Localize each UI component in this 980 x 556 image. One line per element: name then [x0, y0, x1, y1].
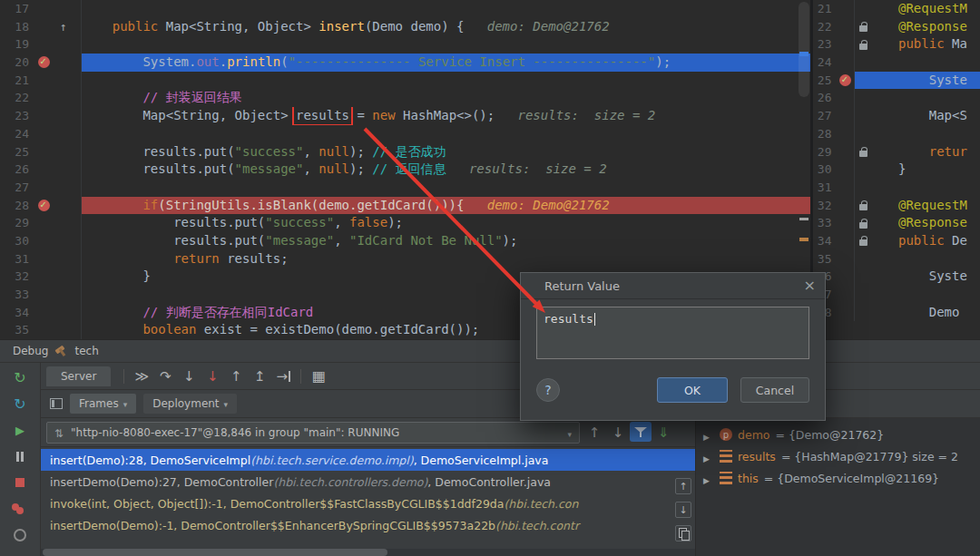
code-line-R-29[interactable]: 29 retur: [813, 143, 980, 161]
variable-row[interactable]: results = {HashMap@21779} size = 2: [696, 445, 980, 467]
gutter[interactable]: 27: [0, 179, 82, 197]
gutter[interactable]: 18↑: [0, 18, 82, 36]
gutter[interactable]: 27: [813, 107, 855, 125]
editor-right-pane[interactable]: 21@RequestM22@Response23public Ma2425 Sy…: [813, 0, 980, 339]
gutter[interactable]: 25: [0, 143, 82, 161]
code-line-R-22[interactable]: 22@Response: [813, 18, 980, 36]
code-line-R-36[interactable]: 36 Syste: [813, 268, 980, 286]
gutter[interactable]: 22: [813, 18, 855, 36]
gutter[interactable]: 35: [813, 250, 855, 268]
code-line-R-32[interactable]: 32@RequestM: [813, 197, 980, 215]
ok-button[interactable]: OK: [657, 377, 728, 403]
code-line-L-23[interactable]: 23 Map<String, Object> results = new Has…: [0, 107, 810, 125]
code-line-L-27[interactable]: 27: [0, 179, 810, 197]
breakpoint-icon[interactable]: [38, 56, 50, 68]
stack-frame-row[interactable]: invoke(int, Object, Object[]):-1, DemoCo…: [41, 493, 695, 514]
code-line-L-29[interactable]: 29 results.put("success", false);: [0, 214, 810, 232]
stack-frame-row[interactable]: insertDemo(Demo):27, DemoController (hbi…: [41, 471, 695, 493]
thread-selector[interactable]: "http-nio-8080-exec-17"@18,846 in group …: [46, 422, 580, 444]
code-line-L-25[interactable]: 25 results.put("success", null); // 是否成功: [0, 143, 810, 161]
scroll-up-button[interactable]: [675, 478, 691, 494]
resume-program-icon[interactable]: [11, 421, 29, 439]
gutter[interactable]: 19: [0, 35, 82, 54]
rerun-debug-icon[interactable]: [11, 368, 29, 386]
code-line-L-18[interactable]: 18↑ public Map<String, Object> insert(De…: [0, 18, 810, 36]
layout-table-icon[interactable]: [307, 366, 330, 387]
scrollbar-thumb[interactable]: [799, 2, 809, 97]
deployment-tab[interactable]: Deployment: [143, 394, 237, 414]
gutter[interactable]: 33: [0, 286, 82, 304]
gutter[interactable]: 25: [813, 72, 855, 90]
debug-tab[interactable]: Debug: [13, 345, 48, 357]
horizontal-scrollbar[interactable]: [41, 549, 695, 556]
force-step-into-icon[interactable]: [201, 366, 224, 387]
gutter[interactable]: 24: [813, 54, 855, 72]
gutter[interactable]: 17: [0, 0, 82, 18]
gutter[interactable]: 22: [0, 89, 82, 107]
code-line-L-19[interactable]: 19: [0, 35, 810, 54]
code-line-R-28[interactable]: 28: [813, 125, 980, 143]
step-out-of-block-icon[interactable]: [248, 366, 271, 387]
code-line-L-26[interactable]: 26 results.put("message", null); // 返回信息…: [0, 161, 810, 179]
override-marker-icon[interactable]: ↑: [60, 18, 67, 36]
run-to-cursor-icon[interactable]: [271, 366, 295, 387]
code-line-R-34[interactable]: 34public De: [813, 232, 980, 250]
gutter[interactable]: 29: [813, 143, 855, 161]
stack-frame-row[interactable]: insert(Demo):28, DemoServiceImpl (hbi.te…: [41, 449, 695, 471]
expand-arrow-icon[interactable]: [703, 470, 714, 487]
scroll-down-button[interactable]: [675, 502, 691, 518]
code-line-R-37[interactable]: 37: [813, 286, 980, 304]
gutter[interactable]: 24: [0, 125, 82, 143]
gutter[interactable]: 34: [813, 232, 855, 250]
expand-arrow-icon[interactable]: [703, 426, 714, 444]
code-line-R-21[interactable]: 21@RequestM: [813, 0, 980, 18]
gutter[interactable]: 21: [0, 72, 82, 90]
server-tab[interactable]: Server: [46, 366, 111, 386]
gutter[interactable]: 35: [0, 321, 82, 339]
code-line-L-24[interactable]: 24: [0, 125, 810, 143]
dialog-title-bar[interactable]: Return Value ×: [521, 273, 825, 299]
gutter[interactable]: 26: [813, 89, 855, 107]
copy-button[interactable]: [675, 525, 691, 541]
frames-tab[interactable]: Frames: [70, 394, 136, 414]
help-button[interactable]: ?: [536, 378, 560, 402]
code-line-R-33[interactable]: 33@Response: [813, 214, 980, 232]
pause-program-icon[interactable]: [11, 447, 29, 465]
close-icon[interactable]: ×: [804, 278, 816, 293]
step-over-icon[interactable]: [153, 366, 177, 387]
stop-icon[interactable]: [11, 473, 29, 492]
breakpoint-icon[interactable]: [38, 200, 50, 211]
code-line-R-25[interactable]: 25 Syste: [813, 72, 980, 90]
stack-frame-row[interactable]: insertDemo(Demo):-1, DemoController$$Enh…: [41, 514, 695, 536]
gutter[interactable]: 31: [0, 250, 82, 268]
gutter[interactable]: 26: [0, 161, 82, 179]
return-value-input[interactable]: results: [536, 307, 809, 359]
gutter[interactable]: 30: [813, 161, 855, 179]
code-line-R-31[interactable]: 31: [813, 179, 980, 197]
variable-row[interactable]: pdemo = {Demo@21762}: [696, 424, 980, 445]
code-line-R-27[interactable]: 27 Map<S: [813, 107, 980, 125]
gutter[interactable]: 29: [0, 214, 82, 232]
gutter[interactable]: 33: [813, 214, 855, 232]
code-line-L-28[interactable]: 28 if(StringUtils.isBlank(demo.getIdCard…: [0, 197, 810, 215]
breakpoint-icon[interactable]: [839, 74, 851, 86]
code-line-L-31[interactable]: 31 return results;: [0, 250, 810, 268]
gutter[interactable]: 32: [813, 197, 855, 215]
cancel-button[interactable]: Cancel: [740, 377, 809, 403]
step-into-icon[interactable]: [177, 366, 201, 387]
code-line-L-22[interactable]: 22 // 封装返回结果: [0, 89, 810, 107]
gutter[interactable]: 21: [813, 0, 855, 18]
expand-arrow-icon[interactable]: [703, 448, 714, 465]
code-line-R-24[interactable]: 24: [813, 54, 980, 72]
step-out-icon[interactable]: [224, 366, 248, 387]
gutter[interactable]: 28: [813, 125, 855, 143]
gutter[interactable]: 20: [0, 54, 82, 72]
variable-row[interactable]: this = {DemoServiceImpl@21169}: [696, 467, 980, 489]
restore-layout-icon[interactable]: [50, 398, 63, 409]
code-line-L-17[interactable]: 17: [0, 0, 810, 18]
mute-breakpoints-icon[interactable]: [11, 526, 29, 544]
scrollbar-thumb[interactable]: [43, 549, 387, 556]
code-line-R-30[interactable]: 30}: [813, 161, 980, 179]
code-line-L-21[interactable]: 21: [0, 72, 810, 90]
code-line-R-26[interactable]: 26: [813, 89, 980, 107]
